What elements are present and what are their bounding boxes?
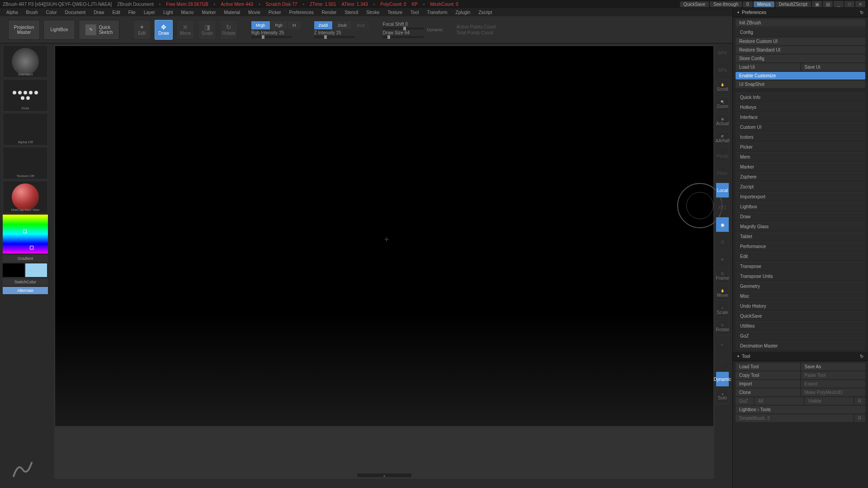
init-zbrush-button[interactable]: Init ZBrush [736,19,865,27]
solo-icon[interactable]: ●Solo [716,389,729,404]
import-button[interactable]: Import [736,380,800,388]
seethrough-value[interactable]: 0 [743,1,753,7]
restore-standard-ui-button[interactable]: Restore Standard UI [736,46,865,54]
save-ui-button[interactable]: Save Ui [801,63,866,71]
actual-icon[interactable]: ▣Actual [716,114,729,129]
menu-document[interactable]: Document [61,9,90,16]
cat-quick-info[interactable]: Quick Info [736,93,865,102]
cat-importexport[interactable]: Importexport [736,192,865,201]
material-tile[interactable]: MatCap Red Wax [3,181,48,213]
goz-r-button[interactable]: R [854,397,865,405]
z-intensity-slider[interactable]: Z Intensity 25 [314,30,369,35]
ui-snapshot-button[interactable]: Ui SnapShot [736,80,865,88]
menu-alpha[interactable]: Alpha [3,9,22,16]
scale-button[interactable]: ◨Scale [198,20,216,40]
aahalf-icon[interactable]: ◩AAHalf [716,131,729,146]
rgb-button[interactable]: Rgb [271,21,288,29]
cat-lightbox[interactable]: Lightbox [736,202,865,211]
rgb-intensity-slider[interactable]: Rgb Intensity 25 [251,30,301,35]
cat-interface[interactable]: Interface [736,113,865,122]
cat-undo-history[interactable]: Undo History [736,301,865,310]
texture-tile[interactable]: Texture Off [3,147,48,179]
goz-all-button[interactable]: All [755,397,804,405]
menu-texture[interactable]: Texture [384,9,406,16]
menu-light[interactable]: Light [160,9,177,16]
cat-tablet[interactable]: Tablet [736,232,865,241]
pin-icon[interactable]: ▣ [812,1,822,7]
menu-transform[interactable]: Transform [423,9,451,16]
default-script[interactable]: DefaultZScript [775,1,811,7]
gradient-button[interactable]: Gradient [3,255,48,262]
menu-preferences[interactable]: Preferences [286,9,317,16]
menu-brush[interactable]: Brush [23,9,42,16]
frame-icon[interactable]: ⊡Frame [716,268,729,284]
menu-render[interactable]: Render [318,9,340,16]
move-nav-icon[interactable]: ✋Move [716,286,729,301]
quicksketch-button[interactable]: ✎Quick Sketch [79,20,119,40]
cat-quicksave[interactable]: QuickSave [736,311,865,320]
floor-icon[interactable]: Floor [716,165,729,181]
polypaint-icon[interactable]: ◐ [716,337,729,352]
timeline-handle[interactable] [357,474,411,477]
seethrough-label[interactable]: See-through [710,1,742,7]
color-picker[interactable] [3,215,48,253]
load-tool-button[interactable]: Load Tool [736,363,800,371]
cat-magnify[interactable]: Magnify Glass [736,222,865,231]
cat-custom-ui[interactable]: Custom UI [736,122,865,131]
zadd-button[interactable]: Zadd [314,21,333,29]
menu-zplugin[interactable]: Zplugin [452,9,474,16]
zsub-button[interactable]: Zsub [333,21,351,29]
rotate-nav-icon[interactable]: ↻Rotate [716,320,729,335]
cat-performance[interactable]: Performance [736,242,865,251]
cat-draw[interactable]: Draw [736,212,865,221]
config-category[interactable]: Config [736,28,865,37]
dock-icon[interactable]: ▤ [823,1,833,7]
move-button[interactable]: ⤧Move [176,20,194,40]
close-icon[interactable]: ✕ [855,1,865,7]
switchcolor-button[interactable]: SwitchColor [3,278,48,286]
menu-material[interactable]: Material [221,9,244,16]
spix-icon[interactable]: SPix [716,62,729,78]
export-button[interactable]: Export [801,380,866,388]
stroke-tile[interactable]: Dots [3,79,48,112]
simplebrush-label[interactable]: SimpleBrush. 2 [736,414,854,422]
menu-file[interactable]: File [125,9,139,16]
tool-header[interactable]: ▾ Tool ↻ [733,352,868,361]
draw-button[interactable]: ✥Draw [155,20,173,40]
cat-edit[interactable]: Edit [736,252,865,261]
refresh-icon[interactable]: ↻ [860,10,863,15]
brush-tile[interactable]: Standard [3,45,48,78]
cat-geometry[interactable]: Geometry [736,282,865,291]
menu-picker[interactable]: Picker [265,9,285,16]
menu-stroke[interactable]: Stroke [363,9,383,16]
menu-edit[interactable]: Edit [109,9,124,16]
xpose-icon[interactable]: ⊞ [716,234,729,249]
edit-button[interactable]: ✦Edit [133,20,151,40]
m-button[interactable]: M [288,21,301,29]
dynamic-nav-icon[interactable]: Dynamic [716,371,729,387]
cat-mem[interactable]: Mem [736,152,865,161]
focal-shift-slider[interactable]: Focal Shift 0 [383,22,424,27]
cat-hotkeys[interactable]: Hotkeys [736,103,865,112]
preferences-header[interactable]: ▾ Preferences ↻ [733,8,868,17]
refresh-icon[interactable]: ↻ [860,354,863,359]
make-polymesh-button[interactable]: Make PolyMesh3D [801,389,866,396]
menu-zscript[interactable]: Zscript [475,9,495,16]
menu-marker[interactable]: Marker [198,9,219,16]
persp-icon[interactable]: Persp [716,148,729,164]
goz-visible-button[interactable]: Visible [805,397,854,405]
cat-decimation[interactable]: Decimation Master [736,341,865,350]
menu-macro[interactable]: Macro [178,9,198,16]
ghost-icon[interactable]: ◌ [716,354,729,370]
cat-marker[interactable]: Marker [736,162,865,171]
minimize-icon[interactable]: _ [834,1,844,7]
copy-tool-button[interactable]: Copy Tool [736,371,800,379]
rotate-button[interactable]: ↻Rotate [220,20,238,40]
scale-nav-icon[interactable]: ⤢Scale [716,303,729,318]
xyz-icon[interactable]: XYZ [716,200,729,215]
lightbox-tools-button[interactable]: Lightbox › Tools [736,406,865,413]
projection-master-button[interactable]: Projection Master [8,20,40,40]
cat-zsphere[interactable]: Zsphere [736,172,865,181]
lightbox-button[interactable]: LightBox [43,20,75,40]
zoom-icon[interactable]: 🔍Zoom [716,97,729,112]
